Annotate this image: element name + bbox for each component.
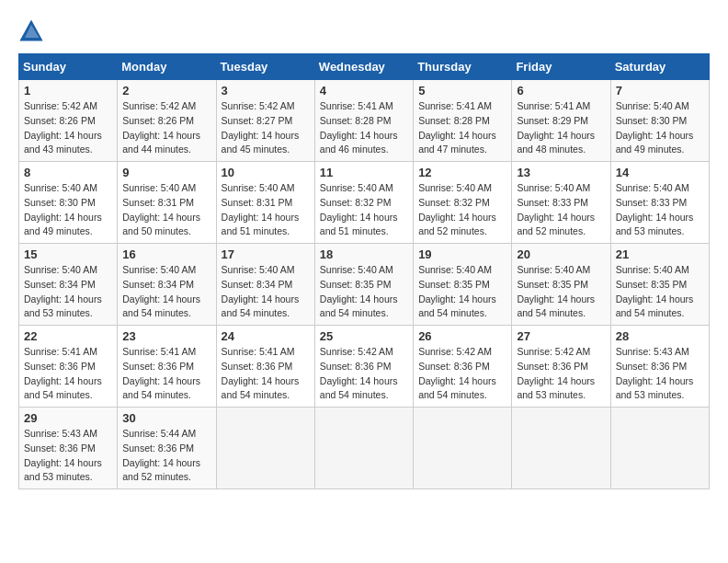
day-number: 5 xyxy=(418,84,506,98)
calendar-day-5: 5Sunrise: 5:41 AMSunset: 8:28 PMDaylight… xyxy=(414,80,512,162)
day-number: 26 xyxy=(418,329,506,343)
calendar: SundayMondayTuesdayWednesdayThursdayFrid… xyxy=(18,53,710,489)
day-number: 7 xyxy=(616,84,704,98)
calendar-header-thursday: Thursday xyxy=(414,54,512,80)
calendar-day-1: 1Sunrise: 5:42 AMSunset: 8:26 PMDaylight… xyxy=(19,80,118,162)
day-info: Sunrise: 5:43 AMSunset: 8:36 PMDaylight:… xyxy=(24,427,112,485)
day-number: 1 xyxy=(24,84,112,98)
day-number: 16 xyxy=(122,247,210,261)
day-number: 25 xyxy=(320,329,408,343)
calendar-header-sunday: Sunday xyxy=(19,54,118,80)
calendar-week-row: 29Sunrise: 5:43 AMSunset: 8:36 PMDayligh… xyxy=(19,408,710,489)
calendar-day-29: 29Sunrise: 5:43 AMSunset: 8:36 PMDayligh… xyxy=(19,408,118,489)
header xyxy=(18,18,710,44)
day-number: 29 xyxy=(24,411,112,425)
day-number: 9 xyxy=(122,166,210,179)
day-info: Sunrise: 5:40 AMSunset: 8:32 PMDaylight:… xyxy=(320,181,408,239)
calendar-header-wednesday: Wednesday xyxy=(314,54,413,80)
day-info: Sunrise: 5:44 AMSunset: 8:36 PMDaylight:… xyxy=(122,427,210,485)
day-info: Sunrise: 5:41 AMSunset: 8:28 PMDaylight:… xyxy=(418,99,506,157)
day-info: Sunrise: 5:42 AMSunset: 8:26 PMDaylight:… xyxy=(122,99,210,157)
calendar-day-22: 22Sunrise: 5:41 AMSunset: 8:36 PMDayligh… xyxy=(19,326,118,408)
calendar-day-2: 2Sunrise: 5:42 AMSunset: 8:26 PMDaylight… xyxy=(118,80,216,162)
calendar-day-11: 11Sunrise: 5:40 AMSunset: 8:32 PMDayligh… xyxy=(314,162,413,244)
day-number: 6 xyxy=(517,84,605,98)
day-info: Sunrise: 5:40 AMSunset: 8:34 PMDaylight:… xyxy=(24,263,112,321)
calendar-day-19: 19Sunrise: 5:40 AMSunset: 8:35 PMDayligh… xyxy=(414,244,512,326)
day-number: 15 xyxy=(24,247,112,261)
day-number: 13 xyxy=(517,166,605,179)
day-info: Sunrise: 5:41 AMSunset: 8:28 PMDaylight:… xyxy=(320,99,408,157)
calendar-day-9: 9Sunrise: 5:40 AMSunset: 8:31 PMDaylight… xyxy=(118,162,216,244)
calendar-header-friday: Friday xyxy=(512,54,610,80)
day-number: 18 xyxy=(320,247,408,261)
day-number: 19 xyxy=(418,247,506,261)
calendar-day-7: 7Sunrise: 5:40 AMSunset: 8:30 PMDaylight… xyxy=(610,80,709,162)
calendar-week-row: 8Sunrise: 5:40 AMSunset: 8:30 PMDaylight… xyxy=(19,162,710,244)
calendar-day-23: 23Sunrise: 5:41 AMSunset: 8:36 PMDayligh… xyxy=(118,326,216,408)
calendar-day-empty xyxy=(512,408,610,489)
day-info: Sunrise: 5:43 AMSunset: 8:36 PMDaylight:… xyxy=(616,345,704,403)
calendar-day-28: 28Sunrise: 5:43 AMSunset: 8:36 PMDayligh… xyxy=(610,326,709,408)
calendar-day-20: 20Sunrise: 5:40 AMSunset: 8:35 PMDayligh… xyxy=(512,244,610,326)
calendar-body: 1Sunrise: 5:42 AMSunset: 8:26 PMDaylight… xyxy=(19,80,710,489)
day-info: Sunrise: 5:42 AMSunset: 8:27 PMDaylight:… xyxy=(222,99,310,157)
calendar-day-14: 14Sunrise: 5:40 AMSunset: 8:33 PMDayligh… xyxy=(610,162,709,244)
calendar-day-12: 12Sunrise: 5:40 AMSunset: 8:32 PMDayligh… xyxy=(414,162,512,244)
day-number: 20 xyxy=(517,247,605,261)
day-number: 14 xyxy=(616,166,704,179)
calendar-day-25: 25Sunrise: 5:42 AMSunset: 8:36 PMDayligh… xyxy=(314,326,413,408)
day-info: Sunrise: 5:40 AMSunset: 8:34 PMDaylight:… xyxy=(122,263,210,321)
day-number: 2 xyxy=(122,84,210,98)
day-number: 8 xyxy=(24,166,112,179)
day-number: 27 xyxy=(517,329,605,343)
day-info: Sunrise: 5:40 AMSunset: 8:30 PMDaylight:… xyxy=(24,181,112,239)
day-number: 21 xyxy=(616,247,704,261)
day-number: 12 xyxy=(418,166,506,179)
calendar-day-4: 4Sunrise: 5:41 AMSunset: 8:28 PMDaylight… xyxy=(314,80,413,162)
day-info: Sunrise: 5:40 AMSunset: 8:35 PMDaylight:… xyxy=(320,263,408,321)
calendar-day-6: 6Sunrise: 5:41 AMSunset: 8:29 PMDaylight… xyxy=(512,80,610,162)
day-info: Sunrise: 5:40 AMSunset: 8:31 PMDaylight:… xyxy=(122,181,210,239)
day-number: 28 xyxy=(616,329,704,343)
calendar-header-row: SundayMondayTuesdayWednesdayThursdayFrid… xyxy=(19,54,710,80)
day-info: Sunrise: 5:40 AMSunset: 8:32 PMDaylight:… xyxy=(418,181,506,239)
calendar-header-saturday: Saturday xyxy=(610,54,709,80)
day-number: 4 xyxy=(320,84,408,98)
logo xyxy=(18,18,46,44)
calendar-day-17: 17Sunrise: 5:40 AMSunset: 8:34 PMDayligh… xyxy=(216,244,314,326)
calendar-day-16: 16Sunrise: 5:40 AMSunset: 8:34 PMDayligh… xyxy=(118,244,216,326)
day-number: 3 xyxy=(222,84,310,98)
day-info: Sunrise: 5:40 AMSunset: 8:35 PMDaylight:… xyxy=(418,263,506,321)
calendar-day-18: 18Sunrise: 5:40 AMSunset: 8:35 PMDayligh… xyxy=(314,244,413,326)
day-info: Sunrise: 5:40 AMSunset: 8:33 PMDaylight:… xyxy=(517,181,605,239)
calendar-week-row: 22Sunrise: 5:41 AMSunset: 8:36 PMDayligh… xyxy=(19,326,710,408)
calendar-day-empty xyxy=(216,408,314,489)
day-number: 17 xyxy=(222,247,310,261)
day-info: Sunrise: 5:42 AMSunset: 8:26 PMDaylight:… xyxy=(24,99,112,157)
calendar-day-3: 3Sunrise: 5:42 AMSunset: 8:27 PMDaylight… xyxy=(216,80,314,162)
calendar-day-empty xyxy=(314,408,413,489)
day-info: Sunrise: 5:41 AMSunset: 8:36 PMDaylight:… xyxy=(122,345,210,403)
day-info: Sunrise: 5:42 AMSunset: 8:36 PMDaylight:… xyxy=(320,345,408,403)
calendar-week-row: 1Sunrise: 5:42 AMSunset: 8:26 PMDaylight… xyxy=(19,80,710,162)
calendar-day-empty xyxy=(610,408,709,489)
day-info: Sunrise: 5:40 AMSunset: 8:35 PMDaylight:… xyxy=(517,263,605,321)
calendar-header-monday: Monday xyxy=(118,54,216,80)
day-number: 24 xyxy=(222,329,310,343)
day-info: Sunrise: 5:40 AMSunset: 8:30 PMDaylight:… xyxy=(616,99,704,157)
day-info: Sunrise: 5:41 AMSunset: 8:36 PMDaylight:… xyxy=(24,345,112,403)
calendar-day-24: 24Sunrise: 5:41 AMSunset: 8:36 PMDayligh… xyxy=(216,326,314,408)
calendar-header-tuesday: Tuesday xyxy=(216,54,314,80)
logo-icon xyxy=(18,18,44,44)
day-number: 23 xyxy=(122,329,210,343)
day-number: 22 xyxy=(24,329,112,343)
day-info: Sunrise: 5:41 AMSunset: 8:29 PMDaylight:… xyxy=(517,99,605,157)
calendar-day-30: 30Sunrise: 5:44 AMSunset: 8:36 PMDayligh… xyxy=(118,408,216,489)
day-info: Sunrise: 5:40 AMSunset: 8:33 PMDaylight:… xyxy=(616,181,704,239)
day-number: 11 xyxy=(320,166,408,179)
calendar-day-10: 10Sunrise: 5:40 AMSunset: 8:31 PMDayligh… xyxy=(216,162,314,244)
calendar-week-row: 15Sunrise: 5:40 AMSunset: 8:34 PMDayligh… xyxy=(19,244,710,326)
calendar-day-21: 21Sunrise: 5:40 AMSunset: 8:35 PMDayligh… xyxy=(610,244,709,326)
calendar-day-27: 27Sunrise: 5:42 AMSunset: 8:36 PMDayligh… xyxy=(512,326,610,408)
